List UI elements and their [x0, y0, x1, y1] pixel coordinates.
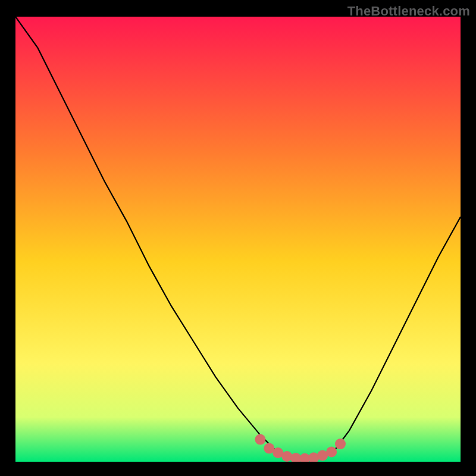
chart-frame: TheBottleneck.com	[0, 0, 476, 476]
plot-area	[15, 17, 461, 462]
bottleneck-chart	[15, 17, 461, 462]
highlight-marker	[326, 447, 337, 458]
gradient-background	[15, 17, 461, 462]
highlight-marker	[281, 451, 292, 462]
highlight-marker	[335, 439, 346, 449]
highlight-marker	[255, 434, 265, 445]
